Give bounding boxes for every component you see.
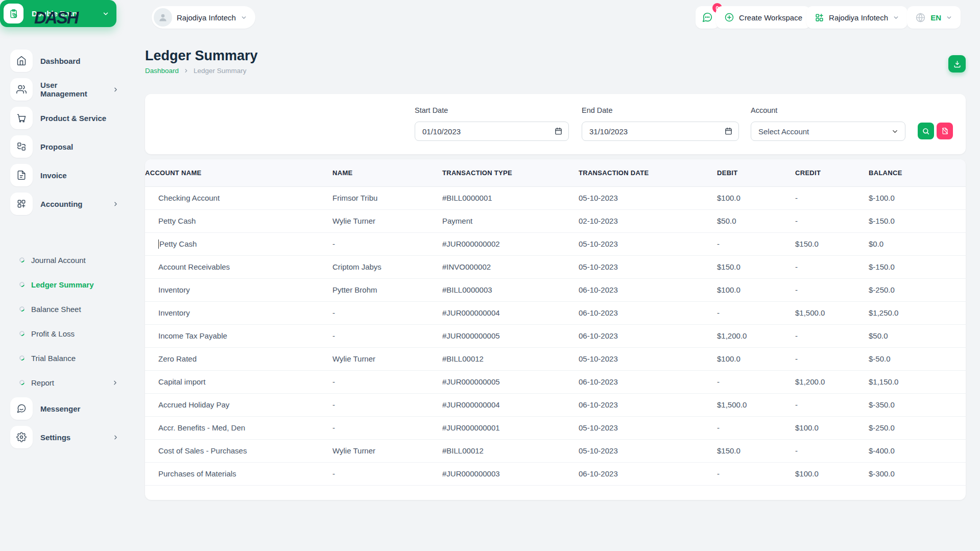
swap-boxes-icon <box>10 135 33 158</box>
cell-credit: $1,500.0 <box>795 301 869 324</box>
calendar-icon[interactable] <box>724 127 733 135</box>
profile-menu[interactable]: Rajodiya Infotech <box>152 6 255 29</box>
bullet-icon <box>18 281 26 288</box>
workspace-grid-icon <box>815 13 824 22</box>
bullet-icon <box>18 379 26 386</box>
chevron-right-icon <box>112 201 119 207</box>
workspace-menu[interactable]: Rajodiya Infotech <box>806 6 907 29</box>
sidebar-item-messenger[interactable]: Messenger <box>10 397 125 420</box>
chevron-right-icon <box>112 86 119 93</box>
sidebar-item-dashboard[interactable]: Dashboard <box>10 50 125 72</box>
cell-transaction-date: 06-10-2023 <box>579 462 717 485</box>
sidebar-subitem-trial-balance[interactable]: Trial Balance <box>19 350 122 366</box>
logo-accent-bar <box>79 18 103 22</box>
cell-balance: $-300.0 <box>869 462 966 485</box>
cell-transaction-date: 06-10-2023 <box>579 278 717 301</box>
gear-icon <box>10 426 33 448</box>
sidebar-subitem-balance-sheet[interactable]: Balance Sheet <box>19 301 122 317</box>
language-code: EN <box>930 13 941 22</box>
cell-name: Pytter Brohm <box>332 278 442 301</box>
cell-transaction-type: #BILL0000001 <box>442 186 579 209</box>
cell-transaction-type: #BILL00012 <box>442 439 579 462</box>
users-icon <box>10 78 33 101</box>
cell-balance: $-400.0 <box>869 439 966 462</box>
cell-name: - <box>332 301 442 324</box>
sidebar-subitem-label: Balance Sheet <box>31 305 81 314</box>
bullet-icon <box>18 305 26 313</box>
chat-bubble-icon <box>702 12 713 23</box>
end-date-input[interactable] <box>582 122 739 141</box>
bullet-icon <box>18 330 26 337</box>
cell-name: - <box>332 324 442 347</box>
sidebar-item-label: Messenger <box>40 404 80 413</box>
ledger-table: ACCOUNT NAMENAMETRANSACTION TYPETRANSACT… <box>145 159 966 486</box>
language-menu[interactable]: EN <box>907 6 961 29</box>
sidebar-subitem-journal-account[interactable]: Journal Account <box>19 252 122 268</box>
table-row: Inventory - #JUR000000004 06-10-2023 - $… <box>145 301 966 324</box>
sidebar-item-accounting[interactable]: Accounting <box>10 193 125 215</box>
cell-debit: $1,200.0 <box>717 324 795 347</box>
cell-account-name: Inventory <box>145 278 332 301</box>
column-header: BALANCE <box>869 159 966 186</box>
cell-credit: - <box>795 209 869 232</box>
chat-bubble-icon <box>10 397 33 420</box>
calendar-icon[interactable] <box>554 127 563 135</box>
create-workspace-button[interactable]: Create Workspace <box>716 6 810 29</box>
app-logo[interactable]: DASH <box>34 8 101 30</box>
create-workspace-label: Create Workspace <box>739 13 802 22</box>
sidebar-item-label: Dashboard <box>40 57 80 65</box>
cell-credit: - <box>795 324 869 347</box>
export-download-button[interactable] <box>948 55 966 73</box>
sidebar-item-proposal[interactable]: Proposal <box>10 135 125 158</box>
bullet-icon <box>18 354 26 362</box>
download-icon <box>953 60 962 68</box>
ledger-table-card: ACCOUNT NAMENAMETRANSACTION TYPETRANSACT… <box>145 159 966 500</box>
sidebar-item-label: Invoice <box>40 171 67 180</box>
sidebar-subitem-ledger-summary[interactable]: Ledger Summary <box>19 276 122 293</box>
breadcrumb-current: Ledger Summary <box>194 67 247 75</box>
sidebar-subitem-report[interactable]: Report <box>19 374 122 391</box>
account-label: Account <box>751 106 777 114</box>
cell-credit: - <box>795 255 869 278</box>
avatar <box>154 8 172 27</box>
sidebar-item-label: Accounting <box>40 200 83 208</box>
cell-account-name: Capital import <box>145 370 332 393</box>
start-date-input[interactable] <box>415 122 569 141</box>
chevron-right-icon <box>183 68 189 74</box>
cell-balance: $-250.0 <box>869 278 966 301</box>
sidebar-subitem-profit-loss[interactable]: Profit & Loss <box>19 325 122 342</box>
sidebar-subitem-label: Journal Account <box>31 256 86 265</box>
cell-transaction-date: 05-10-2023 <box>579 347 717 370</box>
cell-debit: - <box>717 232 795 255</box>
apply-filter-button[interactable] <box>918 123 934 139</box>
end-date-label: End Date <box>582 106 612 114</box>
cell-account-name: Petty Cash <box>145 232 332 255</box>
breadcrumb-dashboard-link[interactable]: Dashboard <box>145 67 179 75</box>
sidebar-item-user-management[interactable]: User Management <box>10 78 125 101</box>
cell-balance: $-350.0 <box>869 393 966 416</box>
sidebar-item-label: User Management <box>40 81 105 98</box>
cell-balance: $-50.0 <box>869 347 966 370</box>
table-row: Income Tax Payable - #JUR000000005 06-10… <box>145 324 966 347</box>
cell-debit: $150.0 <box>717 255 795 278</box>
end-date-field: End Date <box>582 94 739 154</box>
column-header: CREDIT <box>795 159 869 186</box>
chevron-down-icon <box>891 128 899 135</box>
cell-transaction-type: #BILL0000003 <box>442 278 579 301</box>
sidebar-item-settings[interactable]: Settings <box>10 426 125 448</box>
cell-name: Criptom Jabys <box>332 255 442 278</box>
cell-transaction-type: #BILL00012 <box>442 347 579 370</box>
table-row: Zero Rated Wylie Turner #BILL00012 05-10… <box>145 347 966 370</box>
account-select[interactable]: Select Account <box>751 122 905 141</box>
cell-credit: $100.0 <box>795 462 869 485</box>
column-header: TRANSACTION TYPE <box>442 159 579 186</box>
table-row: Accr. Benefits - Med, Den - #JUR00000000… <box>145 416 966 439</box>
table-row: Capital import - #JUR000000005 06-10-202… <box>145 370 966 393</box>
filter-card: Start Date End Date Account Select Accou… <box>145 94 966 154</box>
sidebar-item-product-service[interactable]: Product & Service <box>10 107 125 129</box>
reset-filter-button[interactable] <box>937 123 953 139</box>
sidebar-item-invoice[interactable]: Invoice <box>10 164 125 186</box>
cell-name: Wylie Turner <box>332 209 442 232</box>
table-row: Purchases of Materials - #JUR000000003 0… <box>145 462 966 485</box>
cell-credit: - <box>795 278 869 301</box>
